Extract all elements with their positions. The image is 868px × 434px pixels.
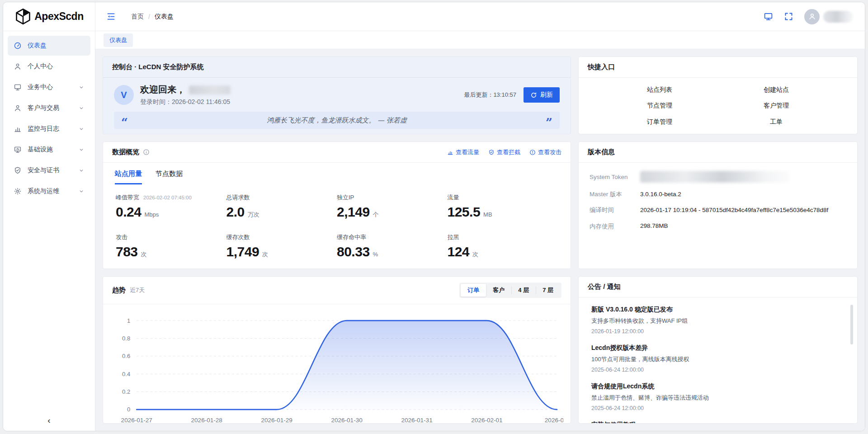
sidebar: ApexScdn 仪表盘个人中心业务中心客户与交易监控与日志基础设施安全与证书系… <box>3 2 95 431</box>
version-info-card: 版本信息 System TokenMaster 版本3.0.16.0-beta.… <box>578 142 858 269</box>
overview-action-0[interactable]: 查看流量 <box>447 148 479 156</box>
stat-4: 攻击783次 <box>116 233 226 259</box>
stat-label: 攻击 <box>116 233 127 241</box>
quote-close-icon: ” <box>546 120 552 125</box>
svg-text:2026-02-01: 2026-02-01 <box>471 417 502 424</box>
fullscreen-icon[interactable] <box>784 12 793 21</box>
monitor-icon[interactable] <box>764 12 773 21</box>
notice-item-2[interactable]: 请合规使用Lecdn系统禁止滥用于色情、赌博、诈骗等违法违规活动2025-06-… <box>591 382 844 411</box>
data-overview-card: 数据概览 查看流量查看拦截查看攻击 站点用量节点数据 峰值带宽2026-02-0… <box>103 142 571 269</box>
notice-title: 新版 V3.0.16.0 稳定版已发布 <box>591 306 844 314</box>
stat-unit: % <box>373 251 378 258</box>
version-row-label: 内存使用 <box>590 222 640 231</box>
menu-fold-icon[interactable] <box>106 12 116 21</box>
quick-link-3[interactable]: 客户管理 <box>718 99 835 113</box>
notices-scrollbar[interactable] <box>850 305 853 344</box>
stat-label: 流量 <box>448 193 459 202</box>
overview-tab-1[interactable]: 节点数据 <box>156 170 183 184</box>
notice-title: 请合规使用Lecdn系统 <box>591 382 844 391</box>
stat-unit: 次 <box>141 250 147 259</box>
notice-item-3[interactable]: 安装与使用教程 <box>591 421 844 423</box>
trend-range-3[interactable]: 7 层 <box>536 284 560 297</box>
trend-range-switch: 订单客户4 层7 层 <box>459 283 561 298</box>
version-row-value: 298.78MB <box>640 222 668 230</box>
stat-6: 缓存命中率80.33% <box>337 233 448 259</box>
sidebar-item-7[interactable]: 系统与运维 <box>8 181 90 201</box>
notices-card: 公告 / 通知 新版 V3.0.16.0 稳定版已发布支持多币种转换收款，支持W… <box>578 276 858 424</box>
quick-link-1[interactable]: 创建站点 <box>718 83 835 97</box>
infra-icon <box>14 146 22 154</box>
logo[interactable]: ApexScdn <box>3 2 95 31</box>
sidebar-item-4[interactable]: 监控与日志 <box>8 119 90 139</box>
notice-date: 2026-01-19 12:00:00 <box>591 328 844 335</box>
sidebar-item-label: 系统与运维 <box>28 187 59 195</box>
stat-2: 独立IP2,149个 <box>337 193 448 220</box>
stat-label: 独立IP <box>337 193 354 202</box>
sidebar-item-0[interactable]: 仪表盘 <box>8 36 90 56</box>
console-card: 控制台 · LeCDN 安全防护系统 V 欢迎回来， 登录时间：2026-02-… <box>103 57 571 134</box>
sidebar-item-6[interactable]: 安全与证书 <box>8 160 90 180</box>
refresh-icon <box>530 92 537 99</box>
overview-action-1[interactable]: 查看拦截 <box>488 148 520 156</box>
stats-grid: 峰值带宽2026-02-02 07:45:000.24Mbps总请求数2.0万次… <box>103 184 571 259</box>
quick-link-5[interactable]: 工单 <box>718 115 835 129</box>
monitor-icon <box>14 83 22 91</box>
daily-quote: “ 鸿雁长飞光不度，鱼龙潜跃水成文。 — 张若虚 ” <box>114 112 560 129</box>
sidebar-item-1[interactable]: 个人中心 <box>8 57 90 76</box>
dashboard-icon <box>14 42 22 50</box>
trend-range-2[interactable]: 4 层 <box>511 284 536 297</box>
version-row-0: System Token <box>590 171 846 183</box>
version-row-2: 编译时间2026-01-17 10:19:04 - 587015df42b4c4… <box>590 206 846 214</box>
sidebar-item-label: 监控与日志 <box>28 125 59 133</box>
stat-7: 拉黑124次 <box>448 233 558 259</box>
chevron-down-icon <box>78 188 85 194</box>
notices-title: 公告 / 通知 <box>579 277 857 297</box>
quick-link-2[interactable]: 节点管理 <box>601 99 718 113</box>
user-avatar[interactable] <box>804 9 853 24</box>
breadcrumb-home[interactable]: 首页 <box>131 13 144 21</box>
shield-icon <box>488 149 495 156</box>
masked-system-token <box>640 171 789 183</box>
notice-title: 安装与使用教程 <box>591 421 844 423</box>
avatar-user-icon <box>804 9 820 24</box>
version-info-title: 版本信息 <box>579 142 857 163</box>
login-time-label: 登录时间： <box>140 98 172 105</box>
notice-date: 2025-06-24 12:00:00 <box>591 405 844 411</box>
breadcrumb-current: 仪表盘 <box>155 13 174 21</box>
quick-link-4[interactable]: 订单管理 <box>601 115 718 129</box>
stat-sublabel: 2026-02-02 07:45:00 <box>143 195 192 200</box>
version-row-value: 3.0.16.0-beta.2 <box>640 190 681 198</box>
sidebar-item-label: 安全与证书 <box>28 166 59 175</box>
chevron-down-icon <box>78 105 85 111</box>
trend-chart: 00.20.40.60.812026-01-272026-01-282026-0… <box>103 304 571 424</box>
svg-text:1: 1 <box>127 317 130 324</box>
notice-desc: 100节点可用批量，离线版本离线授权 <box>591 355 844 363</box>
bar-chart-icon <box>447 149 453 156</box>
notice-item-1[interactable]: Lecdn授权版本差异100节点可用批量，离线版本离线授权2025-06-24 … <box>591 344 844 373</box>
stat-value: 124 <box>448 244 470 259</box>
sidebar-item-5[interactable]: 基础设施 <box>8 140 90 160</box>
notice-item-0[interactable]: 新版 V3.0.16.0 稳定版已发布支持多币种转换收款，支持WAF IP组20… <box>591 306 844 335</box>
chevron-down-icon <box>78 167 85 174</box>
welcome-greeting: 欢迎回来， <box>140 84 185 96</box>
overview-tab-0[interactable]: 站点用量 <box>115 170 142 184</box>
overview-action-2[interactable]: 查看攻击 <box>529 148 561 156</box>
breadcrumb-separator: / <box>148 13 150 20</box>
sidebar-item-label: 仪表盘 <box>28 42 47 50</box>
login-time: 登录时间：2026-02-02 11:46:05 <box>140 98 231 106</box>
user-icon <box>14 62 22 71</box>
tab-dashboard[interactable]: 仪表盘 <box>104 33 133 47</box>
svg-text:0.2: 0.2 <box>122 388 130 395</box>
overview-action-label: 查看拦截 <box>497 148 520 156</box>
trend-range-1[interactable]: 客户 <box>486 284 511 297</box>
sidebar-item-2[interactable]: 业务中心 <box>8 77 90 97</box>
sidebar-item-3[interactable]: 客户与交易 <box>8 98 90 118</box>
quick-link-0[interactable]: 站点列表 <box>601 83 718 97</box>
stat-0: 峰值带宽2026-02-02 07:45:000.24Mbps <box>116 193 226 220</box>
notice-list: 新版 V3.0.16.0 稳定版已发布支持多币种转换收款，支持WAF IP组20… <box>579 297 857 423</box>
refresh-button[interactable]: 刷新 <box>524 87 560 103</box>
trend-card: 趋势 近7天 订单客户4 层7 层 00.20.40.60.812026-01-… <box>103 276 571 424</box>
trend-range-0[interactable]: 订单 <box>461 284 486 297</box>
sidebar-collapse-button[interactable]: ‹ <box>3 410 95 431</box>
stat-unit: MB <box>483 211 492 218</box>
